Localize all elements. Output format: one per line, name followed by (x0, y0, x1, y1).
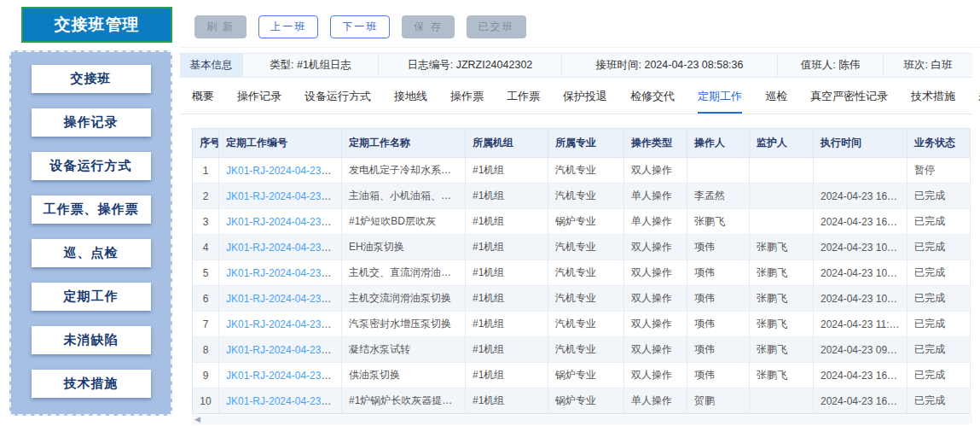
basic-info-bar: 基本信息类型: #1机组日志日志编号: JZRZI24042302接班时间: 2… (180, 53, 972, 78)
periodic-work-link[interactable]: JK01-RJ-2024-04-23-047 (226, 344, 341, 356)
periodic-work-link[interactable]: JK01-RJ-2024-04-23-048 (226, 318, 341, 330)
periodic-work-link[interactable]: JK01-RJ-2024-04-23-046 (226, 370, 341, 382)
cell-operator (687, 158, 750, 184)
save-button[interactable]: 保 存 (402, 15, 454, 38)
cell-exec_time: 2024-04-23 16:03:18 (814, 363, 908, 388)
cell-name: #1炉锅炉长吹灰器提升阀测温 (342, 388, 466, 414)
cell-name: 发电机定子冷却水系统反冲洗 (342, 158, 466, 184)
table-row: 10JK01-RJ-2024-04-23-045#1炉锅炉长吹灰器提升阀测温#1… (193, 388, 971, 414)
periodic-work-link[interactable]: JK01-RJ-2024-04-23-051 (226, 242, 341, 254)
sidebar-item-work-operation-ticket[interactable]: 工作票、操作票 (32, 195, 151, 224)
refresh-button[interactable]: 刷 新 (194, 15, 246, 38)
cell-exec_time: 2024-04-23 16:00:26 (814, 209, 908, 235)
cell-no: 9 (193, 363, 219, 388)
cell-code: JK01-RJ-2024-04-23-054 (219, 158, 342, 184)
cell-op_type: 单人操作 (624, 209, 687, 235)
sidebar-item-patrol-inspection[interactable]: 巡、点检 (32, 239, 151, 267)
tab-巡检[interactable]: 巡检 (765, 89, 787, 114)
tab-工作票[interactable]: 工作票 (507, 89, 540, 114)
cell-status: 已完成 (908, 312, 971, 337)
sidebar-item-operation-record[interactable]: 操作记录 (32, 108, 151, 137)
cell-no: 1 (193, 158, 219, 184)
cell-op_type: 双人操作 (624, 363, 687, 388)
cell-unit: #1机组 (466, 209, 548, 235)
tab-保护投退[interactable]: 保护投退 (563, 89, 607, 114)
cell-exec_time: 2024-04-23 10:10:58 (814, 286, 908, 312)
tab-操作记录[interactable]: 操作记录 (237, 89, 281, 114)
cell-major: 锅炉专业 (548, 363, 624, 388)
periodic-work-link[interactable]: JK01-RJ-2024-04-23-053 (226, 190, 341, 202)
col-header-3: 所属机组 (466, 129, 548, 158)
cell-code: JK01-RJ-2024-04-23-046 (219, 363, 342, 388)
cell-code: JK01-RJ-2024-04-23-049 (219, 286, 342, 312)
cell-guardian: 张鹏飞 (750, 286, 814, 312)
tab-bar: 概要操作记录设备运行方式接地线操作票工作票保护投退检修交代定期工作巡检真空严密性… (180, 78, 972, 114)
cell-exec_time: 2024-04-23 11:10:23 (814, 312, 908, 337)
cell-guardian (750, 158, 814, 184)
sidebar-item-technical-measures[interactable]: 技术措施 (32, 370, 151, 398)
cell-guardian (750, 184, 814, 209)
sidebar-item-shift-handover[interactable]: 交接班 (32, 65, 151, 93)
col-header-9: 业务状态 (908, 129, 971, 158)
tab-接地线[interactable]: 接地线 (394, 89, 427, 114)
sidebar-item-periodic-work[interactable]: 定期工作 (32, 283, 151, 311)
tab-定期工作[interactable]: 定期工作 (698, 89, 742, 114)
cell-no: 2 (193, 184, 219, 209)
cell-operator: 项伟 (687, 312, 750, 337)
cell-status: 已完成 (908, 363, 971, 388)
tab-真空严密性记录[interactable]: 真空严密性记录 (810, 89, 888, 114)
periodic-work-link[interactable]: JK01-RJ-2024-04-23-045 (226, 395, 341, 407)
cell-operator: 项伟 (687, 235, 750, 260)
sidebar-item-equipment-mode[interactable]: 设备运行方式 (32, 152, 151, 180)
periodic-work-link[interactable]: JK01-RJ-2024-04-23-050 (226, 267, 341, 279)
main-content: 刷 新上一班下一班保 存已交班 基本信息类型: #1机组日志日志编号: JZRZ… (180, 0, 980, 426)
tab-设备运行方式[interactable]: 设备运行方式 (304, 89, 371, 114)
cell-no: 7 (193, 312, 219, 337)
cell-operator: 贺鹏 (687, 388, 750, 414)
col-header-5: 操作类型 (624, 129, 687, 158)
cell-exec_time (814, 158, 908, 184)
cell-name: 供油泵切换 (342, 363, 466, 388)
cell-operator: 张鹏飞 (687, 209, 750, 235)
cell-unit: #1机组 (466, 388, 548, 414)
table-row: 1JK01-RJ-2024-04-23-054发电机定子冷却水系统反冲洗#1机组… (193, 158, 971, 184)
periodic-work-link[interactable]: JK01-RJ-2024-04-23-054 (226, 165, 341, 177)
sidebar-item-unresolved-defects[interactable]: 未消缺陷 (32, 326, 151, 354)
cell-code: JK01-RJ-2024-04-23-053 (219, 184, 342, 209)
tab-技术措施[interactable]: 技术措施 (911, 89, 955, 114)
cell-name: 凝结水泵试转 (342, 337, 466, 363)
cell-no: 3 (193, 209, 219, 235)
col-header-1: 定期工作编号 (219, 129, 342, 158)
cell-major: 汽机专业 (548, 260, 624, 286)
cell-major: 汽机专业 (548, 184, 624, 209)
col-header-6: 操作人 (687, 129, 750, 158)
cell-unit: #1机组 (466, 312, 548, 337)
col-header-7: 监护人 (750, 129, 814, 158)
cell-major: 汽机专业 (548, 158, 624, 184)
app-root: 交接班管理 交接班操作记录设备运行方式工作票、操作票巡、点检定期工作未消缺陷技术… (0, 0, 980, 426)
info-field-4: 值班人: 陈伟 (778, 54, 884, 77)
scroll-left-arrow-icon[interactable]: ◀ (194, 416, 200, 423)
cell-guardian: 张鹏飞 (750, 312, 814, 337)
cell-name: 主机交、直流润滑油泵低油压联... (342, 260, 466, 286)
tab-操作票[interactable]: 操作票 (450, 89, 484, 114)
cell-code: JK01-RJ-2024-04-23-047 (219, 337, 342, 363)
horizontal-scrollbar[interactable]: ◀ (192, 415, 972, 424)
cell-code: JK01-RJ-2024-04-23-050 (219, 260, 342, 286)
handed-over-button[interactable]: 已交班 (467, 15, 526, 38)
next-shift-button[interactable]: 下一班 (330, 15, 390, 38)
sidebar: 交接班管理 交接班操作记录设备运行方式工作票、操作票巡、点检定期工作未消缺陷技术… (0, 0, 180, 426)
cell-code: JK01-RJ-2024-04-23-048 (219, 312, 342, 337)
periodic-work-link[interactable]: JK01-RJ-2024-04-23-049 (226, 293, 341, 305)
toolbar: 刷 新上一班下一班保 存已交班 (180, 0, 980, 48)
cell-code: JK01-RJ-2024-04-23-052 (219, 209, 342, 235)
cell-op_type: 双人操作 (624, 312, 687, 337)
periodic-work-link[interactable]: JK01-RJ-2024-04-23-052 (226, 216, 341, 228)
prev-shift-button[interactable]: 上一班 (258, 15, 318, 38)
cell-guardian: 张鹏飞 (750, 337, 814, 363)
cell-unit: #1机组 (466, 235, 548, 260)
tab-概要[interactable]: 概要 (192, 89, 214, 114)
cell-name: 汽泵密封水增压泵切换 (342, 312, 466, 337)
cell-name: 主机交流润滑油泵切换 (342, 286, 466, 312)
tab-检修交代[interactable]: 检修交代 (630, 89, 675, 114)
